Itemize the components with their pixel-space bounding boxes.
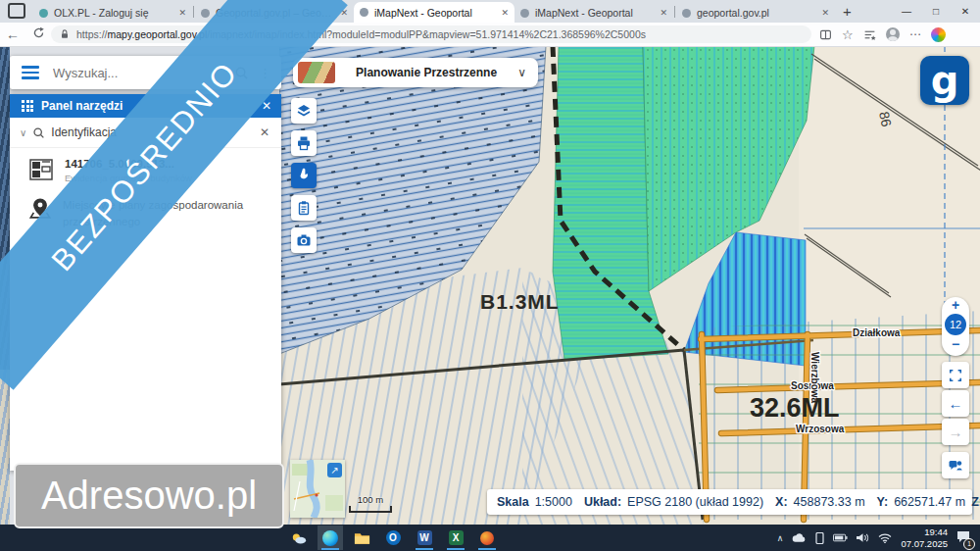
print-button[interactable] (291, 130, 317, 156)
map-left-edge-parcels (0, 370, 10, 525)
taskbar-outlook-icon[interactable]: O (380, 526, 406, 550)
scale-bar-label: 100 m (349, 494, 392, 505)
section-close-icon[interactable]: ✕ (260, 125, 270, 139)
scale-bar-line (349, 506, 392, 513)
browser-back-button[interactable]: ← (0, 26, 25, 42)
minimize-button[interactable]: — (892, 0, 921, 23)
phone-link-icon[interactable] (815, 532, 824, 544)
module-selector[interactable]: Planowanie Przestrzenne ∨ (293, 58, 538, 87)
minimap-expand-button[interactable]: ↗ (327, 463, 342, 477)
map-left-edge-hatch (0, 46, 10, 370)
taskbar-excel-icon[interactable]: X (443, 526, 468, 550)
scale-value[interactable]: 1:5000 (535, 495, 572, 509)
tab-divider (674, 6, 675, 18)
taskbar-clock[interactable]: 19:44 07.07.2025 (901, 526, 948, 549)
result-item-mpzp[interactable]: Miejscowe plany zagospodarowania przestr… (10, 187, 281, 233)
windows-taskbar: O W X ∧ (0, 525, 980, 551)
parcel-id[interactable]: 141706_5.0009.513... (65, 158, 192, 170)
tab-close-icon[interactable]: ✕ (501, 8, 509, 18)
new-tab-button[interactable]: + (843, 3, 852, 20)
browser-tab-bar: OLX.PL - Zaloguj się ✕ Geoportal.gov.pl … (0, 0, 980, 23)
split-screen-icon[interactable] (819, 28, 832, 41)
previous-view-button[interactable]: ← (942, 390, 969, 417)
battery-icon[interactable] (833, 533, 848, 542)
favorites-list-icon[interactable] (863, 28, 876, 41)
screenshot-button[interactable] (291, 227, 317, 253)
zoom-out-button[interactable]: − (942, 336, 969, 352)
y-value: 662571.47 m (894, 495, 965, 509)
tray-expand-icon[interactable]: ∧ (777, 533, 784, 543)
camera-icon (296, 232, 312, 248)
crs-value[interactable]: EPSG 2180 (układ 1992) (627, 495, 763, 509)
widgets-weather-icon[interactable] (286, 526, 312, 550)
clock-time: 19:44 (901, 526, 948, 537)
taskbar-app-icon[interactable] (474, 526, 500, 550)
taskbar-apps: O W X (286, 526, 500, 550)
tab-olx[interactable]: OLX.PL - Zaloguj się ✕ (33, 3, 192, 23)
tab-search-icon[interactable] (8, 3, 25, 19)
taskbar-edge-icon[interactable] (318, 526, 343, 550)
identification-section-header[interactable]: ∨ Identyfikacja ✕ (10, 118, 281, 148)
clock-date: 07.07.2025 (901, 538, 948, 549)
panel-close-icon[interactable]: ✕ (262, 99, 271, 113)
geoportal-logo[interactable]: g (920, 56, 969, 105)
taskbar-word-icon[interactable]: W (412, 526, 437, 550)
window-controls: — □ ✕ (892, 0, 980, 23)
search-icon[interactable] (234, 66, 249, 80)
zoom-in-button[interactable]: + (942, 297, 969, 313)
favorite-star-icon[interactable]: ☆ (842, 27, 854, 42)
tab-divider (193, 6, 194, 18)
fullscreen-button[interactable] (942, 362, 969, 388)
tab-close-icon[interactable]: ✕ (178, 8, 186, 18)
olx-favicon (39, 9, 48, 18)
watermark-text: Adresowo.pl (41, 474, 257, 518)
copilot-icon[interactable] (931, 27, 946, 42)
next-view-button[interactable]: → (942, 419, 969, 445)
address-bar[interactable]: https://mapy.geoportal.gov.pl/imapnext/i… (51, 25, 811, 43)
map-search-box[interactable]: ⋮ (10, 56, 281, 89)
menu-hamburger-icon[interactable] (22, 63, 39, 82)
fullscreen-icon (949, 369, 962, 382)
tab-close-icon[interactable]: ✕ (340, 8, 348, 18)
feedback-icon (948, 458, 963, 474)
map-viewport[interactable]: Działkowa Sosnowa Wrzosowa Wierzbowa B1.… (279, 46, 980, 525)
taskbar-explorer-icon[interactable] (349, 526, 374, 550)
browser-navbar: ← https://mapy.geoportal.gov.pl/imapnext… (0, 23, 980, 47)
street-label-dzialkowa: Działkowa (853, 327, 901, 338)
notification-center-icon[interactable]: 1 (956, 529, 970, 547)
collapse-chevron-icon[interactable]: ∨ (20, 127, 26, 138)
zone-label-326ml: 32.6ML (750, 393, 840, 423)
search-options-icon[interactable]: ⋮ (259, 66, 271, 80)
profile-avatar[interactable] (886, 27, 900, 41)
wifi-icon[interactable] (878, 533, 892, 543)
mpzp-layer-name[interactable]: Miejscowe plany zagospodarowania przestr… (63, 197, 249, 229)
tab-imapnext-active[interactable]: iMapNext - Geoportal ✕ (354, 2, 514, 23)
street-label-wrzosowa: Wrzosowa (796, 424, 845, 434)
zoom-level-badge: 12 (945, 314, 966, 335)
tab-title: iMapNext - Geoportal (374, 7, 496, 19)
z-label: Z: (971, 495, 980, 509)
map-status-bar: Skala 1:5000 Układ: EPSG 2180 (układ 199… (487, 489, 972, 515)
volume-icon[interactable] (857, 532, 869, 543)
maximize-button[interactable]: □ (921, 0, 951, 23)
window-close-button[interactable]: ✕ (951, 0, 980, 23)
notification-badge: 1 (963, 538, 975, 550)
result-item-parcel[interactable]: 141706_5.0009.513... Ewidencja gruntów i… (10, 148, 281, 187)
adresowo-watermark: Adresowo.pl (14, 463, 284, 528)
tab-geoportal-info[interactable]: Geoportal.gov.pl – Geoportal Inf ✕ (195, 3, 354, 23)
tab-geoportal-gov-pl[interactable]: geoportal.gov.pl ✕ (676, 3, 835, 23)
tab-close-icon[interactable]: ✕ (660, 8, 667, 18)
parcel-layer-name: Ewidencja gruntów i budynków (65, 173, 192, 183)
onedrive-cloud-icon[interactable] (792, 533, 807, 543)
feedback-button[interactable] (942, 452, 969, 478)
overview-minimap[interactable]: ↗ (290, 460, 345, 518)
refresh-button[interactable] (25, 26, 51, 42)
tab-close-icon[interactable]: ✕ (821, 8, 829, 18)
tab-imapnext-2[interactable]: iMapNext - Geoportal ✕ (514, 3, 673, 23)
identify-tool-button[interactable] (291, 163, 317, 188)
layers-button[interactable] (291, 98, 317, 124)
map-pin-icon (29, 197, 51, 219)
browser-menu-icon[interactable]: ⋯ (909, 27, 921, 41)
search-input[interactable] (51, 65, 234, 81)
clipboard-button[interactable] (291, 195, 317, 221)
